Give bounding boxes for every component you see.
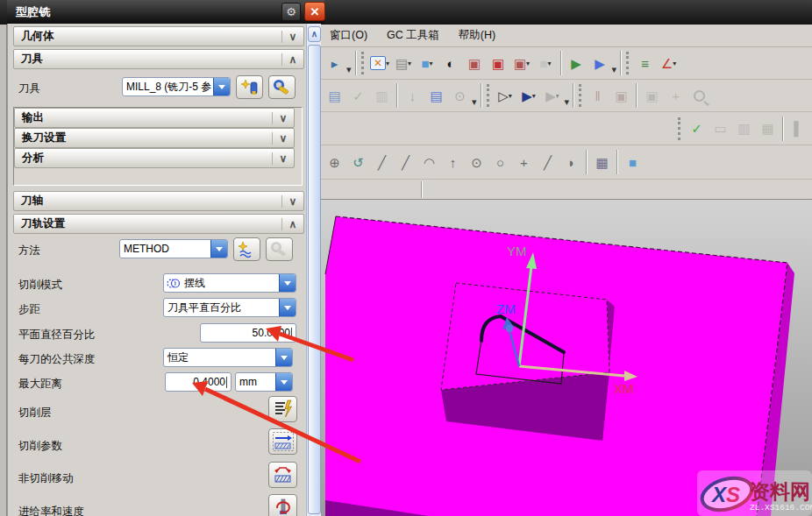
verify-toolpath-button[interactable]: ▤ (424, 82, 448, 109)
snap-rotate-point-button[interactable]: ↺ (346, 149, 370, 175)
section-axis-button[interactable]: ▣▾ (510, 50, 534, 76)
dropdown-arrow-icon[interactable] (279, 274, 296, 292)
chevron-up-icon[interactable]: ∧ (281, 218, 303, 230)
toolbar-drag-handle[interactable] (678, 117, 683, 140)
copy-to-layer-button[interactable]: ▶ (588, 50, 612, 76)
dropdown-arrow-icon[interactable] (275, 349, 292, 366)
clip-section-button[interactable]: ▣ (487, 50, 510, 76)
section-tool-change[interactable]: 换刀设置 ∨ (14, 128, 295, 148)
max-distance-unit-combo[interactable]: mm (235, 372, 293, 392)
snap-center-button[interactable]: ⊙ (465, 149, 488, 175)
blank-style-button[interactable]: ■▾ (534, 50, 558, 76)
percent-flat-input[interactable]: 50.0000 (200, 323, 296, 343)
snap-intersection-button[interactable]: + (512, 149, 536, 175)
chevron-down-icon[interactable]: ∨ (272, 152, 294, 165)
section-output[interactable]: 输出 ∨ (14, 108, 295, 128)
wcs-dynamics-button[interactable]: ■ (621, 149, 645, 175)
move-to-layer-button[interactable]: ▶ (565, 50, 588, 76)
dialog-scrollbar[interactable]: ∧ (306, 24, 321, 516)
new-document-button[interactable]: ▤ (323, 82, 346, 109)
replay-toolpath-button[interactable]: ▶▾ (517, 82, 541, 109)
dropdown-caret-icon[interactable]: ▾ (532, 92, 536, 100)
chevron-down-icon[interactable]: ∨ (272, 112, 294, 124)
toolbar-more-icon[interactable]: ▾ (612, 64, 618, 79)
edit-tool-button[interactable] (268, 75, 296, 99)
toolbar-drag-handle[interactable] (579, 84, 584, 107)
dropdown-arrow-icon[interactable] (279, 299, 296, 316)
snap-end-point-button[interactable]: ╱ (370, 149, 394, 175)
dropdown-caret-icon[interactable]: ▾ (556, 92, 559, 100)
toolbar-drag-handle[interactable] (487, 84, 492, 107)
search-button[interactable] (687, 82, 711, 109)
close-icon[interactable]: ✕ (304, 2, 325, 21)
dropdown-caret-icon[interactable]: ▾ (430, 60, 433, 67)
generate-toolpath-button[interactable]: ↓ (401, 82, 424, 109)
camera-view-button[interactable]: ▣ (640, 82, 664, 109)
dropdown-caret-icon[interactable]: ▾ (509, 92, 512, 100)
dropdown-arrow-icon[interactable] (213, 78, 230, 95)
snap-point-on-line-button[interactable]: ╱ (536, 149, 559, 175)
program-order-view-button[interactable]: ▥ (370, 82, 394, 109)
dropdown-arrow-icon[interactable] (210, 240, 227, 258)
toolbar-more-icon[interactable]: ▾ (346, 64, 353, 79)
method-combo[interactable]: METHOD (119, 239, 228, 258)
snap-mid-point-button[interactable]: ╱ (394, 149, 417, 175)
snap-face-button[interactable]: ◗ (559, 149, 583, 175)
toolbar-more-icon[interactable]: ▾ (565, 96, 571, 111)
snap-point-on-curve-button[interactable]: ◠ (417, 149, 441, 175)
scrollbar-thumb[interactable] (308, 45, 321, 514)
dropdown-caret-icon[interactable]: ▾ (673, 60, 676, 67)
chevron-down-icon[interactable]: ∨ (272, 132, 294, 145)
dropdown-caret-icon[interactable]: ▾ (526, 60, 530, 67)
section-analysis[interactable]: 分析 ∨ (14, 148, 295, 168)
machine-tool-view-button[interactable]: ✓ (346, 82, 370, 109)
gouge-check-button[interactable]: ‖ (586, 82, 609, 109)
section-view-button[interactable]: ▣ (463, 50, 487, 76)
cut-pattern-combo[interactable]: 摆线 (163, 273, 296, 293)
edit-method-button[interactable] (266, 237, 293, 261)
max-distance-input[interactable]: 0.4000 (165, 372, 231, 392)
grid-snap-button[interactable]: ▦ (590, 149, 614, 175)
dropdown-arrow-icon[interactable] (275, 373, 292, 391)
depth-per-cut-combo[interactable]: 恒定 (163, 348, 293, 367)
toolbar-drag-handle[interactable] (361, 52, 367, 74)
menu-window[interactable]: 窗口(O) (330, 28, 367, 43)
fit-view-button[interactable]: ✕▾ (368, 50, 392, 76)
cut-levels-button[interactable] (268, 396, 297, 422)
stepover-combo[interactable]: 刀具平直百分比 (163, 298, 296, 317)
shaded-view-button[interactable]: ■▾ (416, 50, 439, 76)
cut-parameters-button[interactable] (268, 428, 297, 455)
chevron-down-icon[interactable]: ∨ (281, 31, 303, 43)
toolbar-drag-handle[interactable] (626, 52, 631, 74)
new-method-button[interactable] (233, 237, 260, 261)
machining-data-table-button[interactable]: ▦ (756, 116, 780, 142)
wcs-axes-button[interactable]: ∠▾ (657, 50, 680, 76)
tool-combo[interactable]: MILL_8 (铣刀-5 参 (122, 77, 231, 96)
show-toolpath-button[interactable]: ▷▾ (494, 82, 517, 109)
clipped-toolbar-icon[interactable]: ▌ (787, 116, 810, 142)
postprocess-button[interactable]: ▶▾ (541, 82, 565, 109)
section-geometry[interactable]: 几何体 ∨ (13, 26, 304, 46)
menu-gc-toolbox[interactable]: GC 工具箱 (387, 28, 439, 43)
toolbar-more-icon[interactable]: ▾ (472, 96, 478, 111)
list-toolpath-button[interactable]: ⊙ (448, 82, 472, 109)
operation-group-button[interactable]: ▥ (732, 116, 756, 142)
toolbar-overflow-button[interactable]: ▸ (323, 50, 346, 76)
verify-ok-button[interactable]: ✓ (685, 116, 709, 142)
section-tool-axis[interactable]: 刀轴 ∨ (13, 191, 304, 211)
workpiece-setup-button[interactable]: ▭ (709, 116, 732, 142)
chevron-up-icon[interactable]: ∧ (281, 53, 303, 66)
snap-quadrant-button[interactable]: ↑ (441, 149, 465, 175)
create-tag-button[interactable]: + (664, 82, 687, 109)
render-style-button[interactable]: ◐ (439, 50, 463, 76)
dropdown-caret-icon[interactable]: ▾ (548, 60, 552, 67)
graphics-viewport[interactable]: YM ZM XM XS 资料网 ZL.XS1616.COM (321, 200, 812, 516)
feeds-speeds-button[interactable] (268, 494, 297, 516)
gear-icon[interactable]: ⚙ (281, 3, 301, 21)
scroll-up-icon[interactable]: ∧ (308, 26, 321, 42)
operation-navigator-button[interactable]: ≡ (633, 50, 657, 76)
dropdown-caret-icon[interactable]: ▾ (408, 60, 411, 67)
non-cutting-moves-button[interactable] (268, 462, 297, 488)
snap-move-button[interactable]: ⊕ (323, 149, 346, 175)
section-tool[interactable]: 刀具 ∧ (13, 49, 304, 69)
